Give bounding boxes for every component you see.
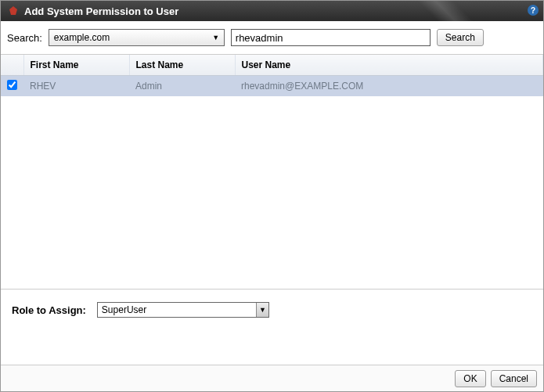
- app-icon: [7, 5, 20, 17]
- ok-button[interactable]: OK: [455, 370, 485, 387]
- titlebar: Add System Permission to User ?: [1, 1, 543, 21]
- role-select-value: SuperUser: [102, 304, 146, 315]
- user-table: First Name Last Name User Name RHEV Admi…: [1, 55, 543, 96]
- help-icon[interactable]: ?: [528, 5, 539, 16]
- header-first-name[interactable]: First Name: [23, 55, 129, 76]
- search-button[interactable]: Search: [437, 29, 484, 46]
- domain-select-value: example.com: [54, 32, 110, 43]
- role-select[interactable]: SuperUser ▼: [97, 302, 269, 318]
- header-last-name[interactable]: Last Name: [129, 55, 235, 76]
- table-row[interactable]: RHEV Admin rhevadmin@EXAMPLE.COM: [1, 76, 543, 97]
- search-row: Search: example.com ▼ Search: [1, 21, 543, 55]
- chevron-down-icon: ▼: [210, 31, 222, 44]
- header-user-name[interactable]: User Name: [235, 55, 543, 76]
- domain-select[interactable]: example.com ▼: [49, 29, 225, 46]
- permission-dialog: Add System Permission to User ? Search: …: [0, 0, 544, 392]
- header-checkbox: [1, 55, 23, 76]
- cell-first-name: RHEV: [23, 76, 129, 97]
- dialog-footer: OK Cancel: [1, 365, 543, 391]
- cell-user-name: rhevadmin@EXAMPLE.COM: [235, 76, 543, 97]
- dialog-content: Search: example.com ▼ Search First Name …: [1, 21, 543, 330]
- chevron-down-icon: ▼: [256, 303, 268, 317]
- search-label: Search:: [7, 32, 42, 44]
- role-label: Role to Assign:: [12, 304, 86, 316]
- cell-last-name: Admin: [129, 76, 235, 97]
- row-checkbox[interactable]: [7, 80, 17, 90]
- dialog-title: Add System Permission to User: [24, 5, 178, 17]
- results-area: First Name Last Name User Name RHEV Admi…: [1, 55, 543, 290]
- role-row: Role to Assign: SuperUser ▼: [1, 290, 543, 330]
- row-checkbox-cell: [1, 76, 23, 97]
- search-input[interactable]: [231, 29, 431, 46]
- cancel-button[interactable]: Cancel: [491, 370, 537, 387]
